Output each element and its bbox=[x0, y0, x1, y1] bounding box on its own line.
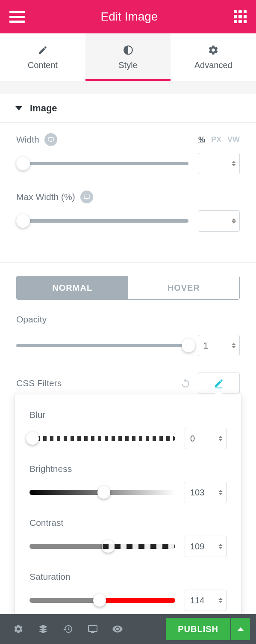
unit-vw[interactable]: VW bbox=[227, 135, 240, 144]
opacity-value: 1 bbox=[203, 341, 208, 351]
brightness-thumb[interactable] bbox=[97, 486, 110, 499]
caret-up-icon bbox=[238, 627, 244, 631]
width-slider[interactable] bbox=[16, 162, 188, 165]
panel-title: Edit Image bbox=[101, 10, 158, 24]
brightness-value: 103 bbox=[190, 488, 204, 498]
saturation-slider[interactable] bbox=[29, 598, 175, 603]
spinner-icon[interactable] bbox=[232, 218, 236, 224]
history-icon[interactable] bbox=[56, 614, 80, 644]
svg-rect-1 bbox=[50, 141, 52, 142]
spinner-icon[interactable] bbox=[218, 544, 223, 549]
state-section: NORMAL HOVER Opacity 1 CSS Filters bbox=[0, 262, 256, 407]
section-image-header[interactable]: Image bbox=[0, 94, 256, 122]
pencil-icon bbox=[37, 44, 49, 56]
tab-style[interactable]: Style bbox=[85, 33, 171, 81]
tab-advanced-label: Advanced bbox=[194, 60, 232, 70]
svg-rect-2 bbox=[84, 195, 89, 198]
contrast-input[interactable]: 109 bbox=[185, 536, 227, 557]
blur-input[interactable]: 0 bbox=[185, 428, 227, 449]
spacer bbox=[0, 81, 256, 94]
css-filters-popup: Blur 0 Brightness 103 Contrast bbox=[15, 394, 241, 627]
svg-rect-5 bbox=[88, 626, 97, 632]
apps-icon[interactable] bbox=[234, 10, 247, 23]
opacity-slider-thumb[interactable] bbox=[182, 339, 195, 352]
maxwidth-slider[interactable] bbox=[16, 219, 188, 223]
tab-content[interactable]: Content bbox=[0, 33, 85, 81]
saturation-value: 114 bbox=[190, 596, 204, 605]
section-image-title: Image bbox=[30, 103, 57, 114]
blur-slider[interactable] bbox=[29, 436, 175, 441]
maxwidth-slider-thumb[interactable] bbox=[16, 214, 30, 228]
saturation-label: Saturation bbox=[29, 572, 227, 582]
opacity-slider[interactable] bbox=[16, 344, 188, 347]
gear-icon bbox=[207, 44, 219, 56]
saturation-input[interactable]: 114 bbox=[185, 590, 227, 611]
settings-icon[interactable] bbox=[6, 614, 31, 644]
contrast-label: Contrast bbox=[29, 518, 227, 528]
spinner-icon[interactable] bbox=[218, 490, 223, 495]
tab-advanced[interactable]: Advanced bbox=[171, 33, 256, 81]
navigator-icon[interactable] bbox=[31, 614, 56, 644]
image-controls: Width % PX VW Max Width (%) bbox=[0, 123, 256, 258]
contrast-value: 109 bbox=[190, 542, 204, 552]
state-toggle: NORMAL HOVER bbox=[16, 276, 240, 300]
state-normal[interactable]: NORMAL bbox=[17, 276, 128, 299]
blur-label: Blur bbox=[29, 410, 227, 420]
unit-px[interactable]: PX bbox=[211, 135, 221, 144]
panel-header: Edit Image bbox=[0, 0, 256, 33]
width-input[interactable] bbox=[198, 153, 240, 174]
saturation-thumb[interactable] bbox=[93, 594, 106, 607]
opacity-label: Opacity bbox=[16, 314, 240, 325]
brightness-label: Brightness bbox=[29, 464, 227, 474]
brightness-slider[interactable] bbox=[29, 490, 175, 495]
svg-rect-3 bbox=[86, 199, 88, 199]
spinner-icon[interactable] bbox=[218, 436, 223, 441]
chevron-down-icon bbox=[15, 106, 22, 110]
state-hover[interactable]: HOVER bbox=[128, 276, 240, 299]
bottom-bar: PUBLISH bbox=[0, 614, 256, 644]
blur-thumb[interactable] bbox=[26, 432, 39, 445]
width-units: % PX VW bbox=[198, 135, 240, 144]
svg-rect-4 bbox=[215, 388, 222, 388]
width-label: Width bbox=[16, 133, 57, 146]
spinner-icon[interactable] bbox=[232, 343, 236, 348]
maxwidth-label: Max Width (%) bbox=[16, 191, 93, 203]
menu-icon[interactable] bbox=[9, 11, 25, 23]
publish-button[interactable]: PUBLISH bbox=[166, 618, 230, 640]
opacity-input[interactable]: 1 bbox=[198, 335, 240, 356]
contrast-slider[interactable] bbox=[29, 544, 175, 549]
publish-group: PUBLISH bbox=[166, 618, 250, 640]
brightness-input[interactable]: 103 bbox=[185, 482, 227, 503]
width-label-text: Width bbox=[16, 134, 39, 145]
svg-rect-0 bbox=[48, 137, 53, 141]
contrast-icon bbox=[122, 44, 134, 56]
spinner-icon[interactable] bbox=[232, 161, 236, 166]
css-filters-label: CSS Filters bbox=[16, 378, 62, 388]
width-slider-thumb[interactable] bbox=[16, 157, 30, 170]
responsive-mode-icon[interactable] bbox=[80, 614, 105, 644]
blur-value: 0 bbox=[190, 434, 195, 444]
publish-options-button[interactable] bbox=[231, 618, 250, 640]
responsive-icon[interactable] bbox=[44, 133, 57, 146]
maxwidth-label-text: Max Width (%) bbox=[16, 192, 75, 202]
tab-content-label: Content bbox=[28, 60, 58, 70]
unit-percent[interactable]: % bbox=[198, 135, 205, 144]
tab-style-label: Style bbox=[118, 60, 137, 70]
tabs: Content Style Advanced bbox=[0, 33, 256, 81]
responsive-icon[interactable] bbox=[80, 191, 93, 203]
maxwidth-input[interactable] bbox=[198, 210, 240, 232]
spinner-icon[interactable] bbox=[218, 598, 223, 603]
contrast-thumb[interactable] bbox=[102, 540, 115, 553]
reset-icon[interactable] bbox=[180, 377, 192, 389]
svg-rect-6 bbox=[91, 632, 94, 633]
preview-icon[interactable] bbox=[105, 614, 130, 644]
